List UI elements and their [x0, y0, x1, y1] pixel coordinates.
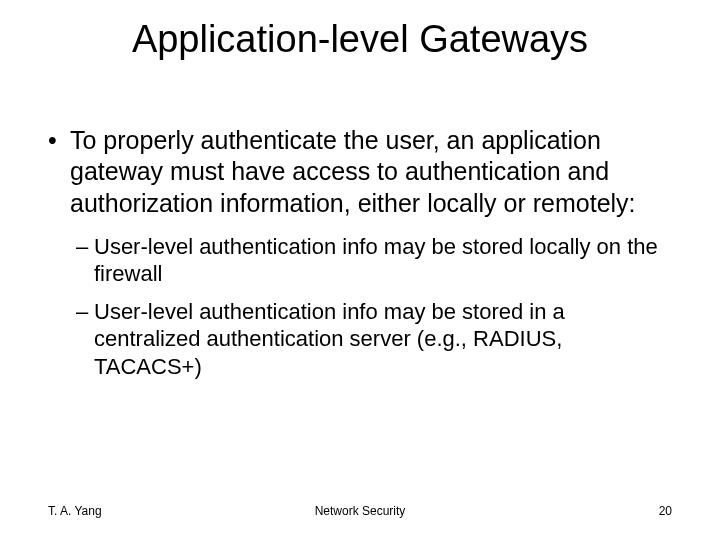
slide: Application-level Gateways To properly a…: [0, 0, 720, 540]
bullet-main: To properly authenticate the user, an ap…: [48, 125, 672, 219]
footer-page-number: 20: [659, 504, 672, 518]
slide-body: To properly authenticate the user, an ap…: [48, 125, 672, 390]
footer-subject: Network Security: [0, 504, 720, 518]
bullet-sub-2: User-level authentication info may be st…: [76, 298, 672, 381]
slide-title: Application-level Gateways: [0, 18, 720, 61]
bullet-sub-1: User-level authentication info may be st…: [76, 233, 672, 288]
